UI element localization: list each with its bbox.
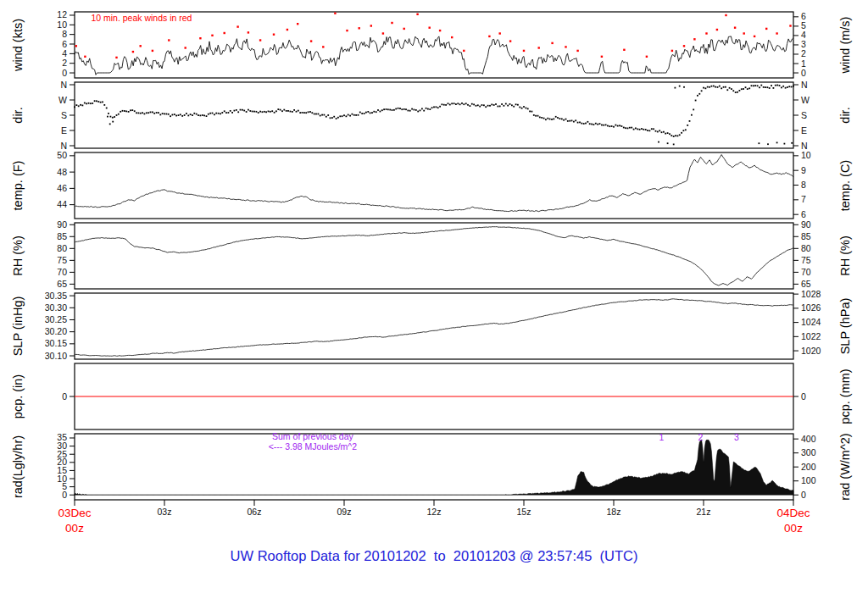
axis-title-right-slp: SLP (hPa) <box>838 298 852 355</box>
y-tick-label-right: E <box>801 125 807 136</box>
panels-container: 0246810120123456wind (kts)wind (m/s)10 m… <box>11 9 852 517</box>
y-tick-label-right: N <box>801 80 808 90</box>
y-tick-label-left: 85 <box>57 231 67 241</box>
y-tick-label-right: 9 <box>801 165 806 175</box>
y-tick-label-right: 70 <box>801 267 811 277</box>
panel-pcp: 00pcp. (in)pcp. (mm) <box>11 363 852 430</box>
y-tick-label-left: N <box>60 80 67 90</box>
axis-title-left-pcp: pcp. (in) <box>11 374 25 418</box>
y-tick-label-right: 0 <box>801 490 806 500</box>
y-tick-label-left: 65 <box>57 279 67 289</box>
temp-series-line <box>75 155 793 212</box>
annotation-rad: Sum of previous day <box>272 431 353 441</box>
annotation-wind: 10 min. peak winds in red <box>91 13 192 23</box>
x-axis-end-time-label: 00z <box>784 522 803 535</box>
y-tick-label-left: 46 <box>57 183 67 193</box>
y-tick-label-left: 8 <box>62 29 67 39</box>
y-tick-label-left: 2 <box>62 58 67 68</box>
x-tick-label: 03z <box>158 507 172 517</box>
y-tick-label-left: W <box>58 95 67 105</box>
axis-title-left-dir: dir. <box>11 107 25 123</box>
x-tick-label: 06z <box>248 507 262 517</box>
y-tick-label-right: 1 <box>801 58 806 69</box>
y-tick-label-left: 48 <box>57 167 67 177</box>
y-tick-label-right: 100 <box>801 475 816 485</box>
y-tick-label-right: 6 <box>801 209 806 219</box>
y-tick-label-left: 30.10 <box>45 351 67 361</box>
annotation-rad: <--- 3.98 MJoules/m^2 <box>269 441 358 452</box>
axis-title-right-temp: temp. (C) <box>838 160 852 211</box>
axis-title-left-wind: wind (kts) <box>11 19 25 72</box>
y-tick-label-left: 75 <box>57 255 67 265</box>
x-tick-label: 09z <box>337 507 352 517</box>
panel-frame-temp <box>75 152 793 219</box>
panel-dir: NWSENNWSENdir.dir. <box>11 80 852 151</box>
axis-title-right-dir: dir. <box>838 107 852 123</box>
axis-title-right-pcp: pcp. (mm) <box>838 369 852 424</box>
y-tick-label-left: 30.25 <box>45 314 67 324</box>
y-tick-label-right: 300 <box>801 447 816 457</box>
y-tick-label-right: 6 <box>801 11 806 21</box>
y-tick-label-right: 1022 <box>801 331 821 341</box>
axis-title-right-rh: RH (%) <box>838 236 852 276</box>
y-tick-label-left: 0 <box>62 68 67 78</box>
marker-rad: 3 <box>734 432 739 442</box>
y-tick-label-right: 7 <box>801 194 806 204</box>
panel-temp: 44464850678910temp. (F)temp. (C) <box>11 150 852 219</box>
panel-slp: 30.1030.1530.2030.2530.3030.351020102210… <box>11 289 852 361</box>
x-tick-label: 15z <box>517 507 531 517</box>
y-tick-label-right: 0 <box>801 68 806 78</box>
y-tick-label-right: 1028 <box>801 289 821 299</box>
axis-title-left-slp: SLP (inHg) <box>11 296 25 357</box>
x-axis: 03z06z09z12z15z18z21z <box>75 500 793 517</box>
y-tick-label-left: S <box>61 110 67 120</box>
marker-rad: 2 <box>698 432 704 442</box>
rh-series-line <box>75 227 793 285</box>
wind-direction-scatter <box>74 85 794 146</box>
y-tick-label-left: 10 <box>57 19 67 30</box>
x-axis-start-date-label: 03Dec <box>58 507 91 519</box>
y-tick-label-left: N <box>60 141 67 151</box>
x-tick-label: 18z <box>607 507 621 517</box>
y-tick-label-right: 400 <box>801 434 816 444</box>
y-tick-label-right: W <box>801 95 810 105</box>
y-tick-label-right: 65 <box>801 279 811 289</box>
panel-frame-rh <box>75 223 793 289</box>
y-tick-label-right: 90 <box>801 219 811 230</box>
axis-title-left-rad: rad(Lgly/hr) <box>11 435 25 498</box>
axis-title-left-temp: temp. (F) <box>11 161 25 211</box>
y-tick-label-right: N <box>801 141 808 151</box>
y-tick-label-right: 10 <box>801 150 811 160</box>
y-tick-label-left: 80 <box>57 243 67 253</box>
y-tick-label-right: 75 <box>801 255 811 265</box>
y-tick-label-right: 5 <box>801 20 806 30</box>
y-tick-label-right: 200 <box>801 462 816 472</box>
y-tick-label-left: E <box>61 125 67 136</box>
x-tick-label: 12z <box>427 507 442 517</box>
y-tick-label-left: 90 <box>57 219 67 230</box>
meteogram-page: 0246810120123456wind (kts)wind (m/s)10 m… <box>0 0 868 593</box>
marker-rad: 1 <box>659 432 665 442</box>
y-tick-label-right: 1024 <box>801 317 821 327</box>
wind-series-line <box>75 36 793 75</box>
y-tick-label-left: 30.15 <box>45 338 67 348</box>
y-tick-label-left: 12 <box>57 9 67 19</box>
y-tick-label-left: 30.20 <box>45 326 67 336</box>
radiation-area <box>75 440 793 495</box>
slp-series-line <box>75 299 793 357</box>
panel-rh: 657075808590657075808590RH (%)RH (%) <box>11 219 852 289</box>
y-tick-label-right: S <box>801 110 807 120</box>
y-tick-label-left: 0 <box>62 391 67 402</box>
chart-title: UW Rooftop Data for 20101202 to 20101203… <box>231 548 638 563</box>
y-tick-label-right: 80 <box>801 243 811 253</box>
y-tick-label-right: 2 <box>801 48 806 58</box>
y-tick-label-right: 8 <box>801 180 806 190</box>
y-tick-label-left: 50 <box>57 150 67 160</box>
y-tick-label-right: 85 <box>801 231 811 241</box>
y-tick-label-left: 44 <box>57 199 67 209</box>
axis-title-right-rad: rad (W/m^2) <box>838 433 852 500</box>
y-tick-label-left: 30.35 <box>45 291 67 301</box>
y-tick-label-right: 1020 <box>801 346 821 356</box>
panel-frame-slp <box>75 293 793 359</box>
y-tick-label-left: 35 <box>57 432 67 442</box>
